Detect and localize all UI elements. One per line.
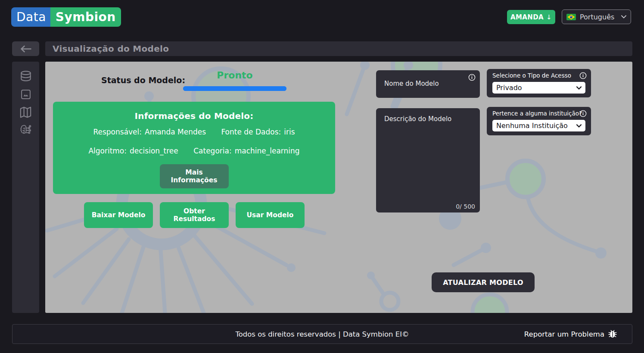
- model-description-input[interactable]: [383, 114, 473, 200]
- model-info-row-1: Responsável:Amanda Mendes Fonte de Dados…: [53, 128, 335, 136]
- back-button[interactable]: [12, 41, 39, 56]
- category-label: Categoria:: [193, 147, 231, 155]
- model-info-title: Informações do Modelo:: [53, 111, 335, 121]
- model-status-label: Status do Modelo:: [101, 75, 185, 85]
- brain-circuit-icon[interactable]: [19, 124, 32, 137]
- footer: Todos os direitos reservados | Data Symb…: [12, 324, 632, 344]
- datasource-label: Fonte de Dados:: [221, 128, 281, 136]
- database-icon[interactable]: [19, 69, 32, 83]
- info-icon[interactable]: [468, 74, 476, 81]
- access-type-selected-value: Privado: [496, 84, 522, 92]
- report-problem-link[interactable]: Reportar um Problema: [524, 329, 617, 339]
- access-type-box: Selecione o Tipo de Acesso Privado: [487, 69, 591, 97]
- brand-logo-data: Data: [11, 7, 50, 27]
- download-model-button[interactable]: Baixar Modelo: [84, 202, 153, 228]
- datasource-value: iris: [284, 128, 295, 136]
- model-progress-fill: [183, 86, 286, 91]
- responsible-label: Responsável:: [93, 128, 142, 136]
- model-description-box: 0/ 500: [376, 108, 480, 212]
- chevron-down-icon: [621, 15, 626, 19]
- char-counter: 0/ 500: [456, 203, 475, 210]
- model-name-field-box: [376, 70, 480, 98]
- responsible-value: Amanda Mendes: [145, 128, 206, 136]
- report-problem-label: Reportar um Problema: [524, 330, 604, 338]
- get-results-button[interactable]: Obter Resultados: [160, 202, 229, 228]
- arrow-down-icon: ↓: [546, 13, 552, 21]
- page-title: Visualização do Modelo: [53, 44, 169, 54]
- arrow-left-icon: [20, 45, 31, 53]
- page-title-bar: Visualização do Modelo: [45, 41, 632, 56]
- category-value: machine_learning: [235, 147, 300, 155]
- map-icon[interactable]: [19, 106, 32, 119]
- institution-box: Pertence a alguma instituição? Nenhuma I…: [487, 107, 591, 135]
- language-select-value: Português: [580, 13, 617, 21]
- algorithm-value: decision_tree: [130, 147, 178, 155]
- user-menu-label: AMANDA: [510, 13, 544, 21]
- model-status-value: Pronto: [183, 70, 286, 81]
- brazil-flag-icon: [566, 14, 576, 20]
- model-view-panel: Status do Modelo: Pronto Informações do …: [45, 62, 632, 313]
- model-progress-bar: [183, 86, 286, 91]
- model-name-input[interactable]: [383, 79, 469, 88]
- bug-icon: [608, 329, 617, 339]
- institution-label: Pertence a alguma instituição?: [492, 110, 586, 117]
- more-info-button[interactable]: Mais Informações: [160, 164, 229, 188]
- model-info-card: Informações do Modelo: Responsável:Amand…: [53, 102, 335, 194]
- use-model-button[interactable]: Usar Modelo: [236, 202, 305, 228]
- chevron-down-icon: [576, 124, 582, 128]
- app-window: Data Symbion AMANDA ↓ Português Visualiz…: [0, 0, 644, 353]
- institution-selected-value: Nenhuma Instituição: [496, 122, 568, 130]
- access-type-select[interactable]: Privado: [492, 82, 585, 94]
- language-select[interactable]: Português: [562, 9, 631, 24]
- chevron-down-icon: [576, 86, 582, 90]
- algorithm-label: Algoritmo:: [88, 147, 127, 155]
- update-model-button[interactable]: ATUALIZAR MODELO: [432, 272, 535, 292]
- brand-logo-symbion: Symbion: [50, 7, 121, 27]
- info-icon[interactable]: [579, 110, 587, 117]
- image-icon[interactable]: [19, 87, 32, 101]
- access-type-label: Selecione o Tipo de Acesso: [492, 72, 586, 79]
- info-icon[interactable]: [579, 72, 587, 79]
- user-menu-button[interactable]: AMANDA ↓: [507, 10, 555, 24]
- institution-select[interactable]: Nenhuma Instituição: [492, 120, 585, 131]
- sidebar: [12, 62, 39, 313]
- model-info-row-2: Algoritmo:decision_tree Categoria:machin…: [53, 147, 335, 155]
- brand-logo[interactable]: Data Symbion: [11, 7, 121, 27]
